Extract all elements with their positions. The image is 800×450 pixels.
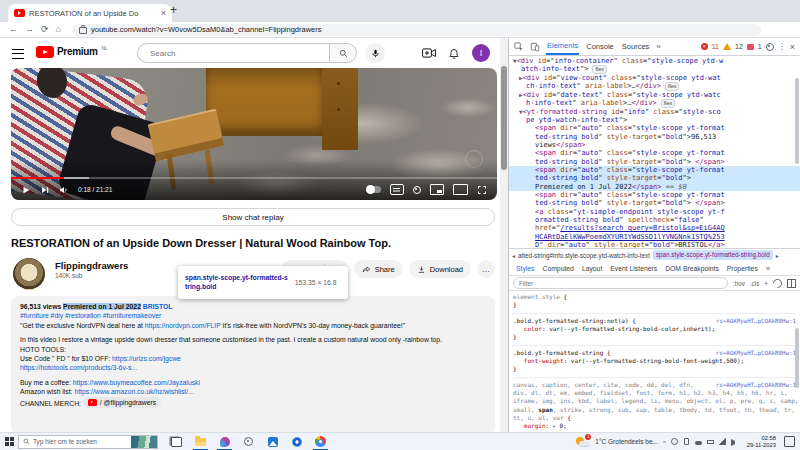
hover-state-toggle[interactable]: :hov (733, 280, 745, 287)
download-button[interactable]: Download (409, 260, 471, 278)
search-button[interactable] (329, 43, 357, 63)
code-line[interactable]: rs=AGKMywHT…pCQAkR8Hw:1.bold.yt-formatte… (513, 313, 796, 325)
photos-button[interactable] (266, 435, 279, 449)
tab-computed[interactable]: Computed (543, 265, 574, 272)
styles-rules[interactable]: element.style {}rs=AGKMywHT…pCQAkR8Hw:1.… (509, 291, 800, 432)
code-line[interactable]: <span dir="auto" class="style-scope yt-f… (509, 191, 800, 199)
code-line[interactable]: tt, u, ul, var { (513, 414, 796, 422)
tray-expand-icon[interactable]: ^ (663, 440, 666, 446)
more-actions-button[interactable]: ... (477, 260, 495, 278)
warning-icon[interactable] (723, 43, 731, 50)
hashtags[interactable]: #furniture #diy #restoration #furniturem… (20, 312, 161, 319)
play-icon[interactable] (21, 185, 31, 195)
taskbar-clock[interactable]: 02:58 29-11-2023 (747, 435, 776, 448)
weather-text[interactable]: 1°C Grotendeels be... (595, 438, 658, 445)
search-highlight-image[interactable] (131, 436, 157, 448)
tab-event-listeners[interactable]: Event Listeners (610, 265, 657, 272)
nordvpn-link[interactable]: https://nordvpn.com/FLIP (145, 322, 221, 329)
code-line[interactable]: rs=AGKMywHT…pCQAkR8Hw:1.bold.yt-formatte… (513, 345, 796, 357)
inspect-element-icon[interactable] (514, 42, 524, 52)
page-scrollbar-thumb[interactable] (501, 66, 507, 170)
tab-styles[interactable]: Styles (516, 265, 535, 272)
settings-button[interactable] (242, 435, 255, 449)
code-line[interactable]: D" dir="auto" style-target="bold">BRISTO… (509, 241, 800, 248)
show-chat-replay-button[interactable]: Show chat replay (11, 208, 495, 226)
elements-scrollbar[interactable] (795, 78, 799, 164)
code-line[interactable]: pe ytd-watch-info-text"> (509, 116, 800, 124)
code-line[interactable]: ted-string bold" style-target="bold"> </… (509, 158, 800, 166)
menu-icon[interactable] (12, 49, 24, 59)
issues-icon[interactable] (747, 44, 754, 50)
code-line[interactable]: ▼<div id="info-container" class="style-s… (509, 57, 800, 65)
breadcrumb-right-icon[interactable]: ▸ (776, 252, 779, 259)
theater-mode-icon[interactable] (453, 184, 468, 195)
settings-gear-icon[interactable] (413, 186, 421, 194)
network-icon[interactable] (719, 438, 726, 445)
code-line[interactable]: ▶<div id="date-text" class="style-scope … (509, 91, 800, 99)
layout-grid-icon[interactable] (787, 279, 796, 288)
code-line[interactable]: views</span> (509, 141, 800, 149)
code-line[interactable]: element.style { (513, 293, 796, 301)
code-line[interactable]: ▶<div id="view-count" class="style-scope… (509, 74, 800, 82)
code-line[interactable]: } (513, 365, 796, 373)
tray-app-icon[interactable] (671, 438, 678, 445)
code-line[interactable]: ted-string bold" style-target="bold"> </… (509, 199, 800, 207)
tab-properties[interactable]: Properties (727, 265, 758, 272)
code-line[interactable]: <span dir="auto" class="style-scope yt-f… (509, 149, 800, 157)
code-line[interactable]: h-info-text" aria-label>…</div>flex (509, 99, 800, 108)
share-button[interactable]: Share (354, 260, 403, 278)
reload-icon[interactable]: ⟳ (41, 25, 49, 34)
page-scrollbar[interactable] (500, 38, 508, 432)
tab-close-icon[interactable]: × (161, 8, 166, 18)
devtools-tab-console[interactable]: Console (585, 38, 615, 55)
code-line[interactable]: } (513, 333, 796, 341)
devtools-tab-sources[interactable]: Sources (621, 38, 651, 55)
description-box[interactable]: 96,513 views Premiered on 1 Jul 2022 BRI… (11, 296, 495, 432)
more-tabs-icon[interactable]: » (656, 42, 660, 51)
tab-dom-breakpoints[interactable]: DOM Breakpoints (665, 265, 719, 272)
account-avatar[interactable]: I (472, 44, 490, 62)
video-player[interactable]: 0:18 / 21:21 (11, 68, 497, 200)
autoplay-toggle[interactable] (366, 186, 381, 193)
merch-pill[interactable]: / @flippingdrawers (83, 397, 161, 408)
back-icon[interactable]: ← (9, 25, 18, 34)
forward-icon[interactable]: → (25, 25, 34, 34)
code-line[interactable]: margin: ▸ 0; (513, 422, 796, 430)
code-line[interactable]: <a class="yt-simple-endpoint style-scope… (509, 208, 800, 216)
task-view-button[interactable] (170, 435, 183, 449)
subtitles-icon[interactable] (390, 184, 404, 195)
new-rule-button[interactable]: + (764, 280, 768, 287)
hoto-link[interactable]: https://hototools.com/products/3-6v-s... (20, 364, 137, 371)
battery-icon[interactable] (707, 440, 714, 444)
devtools-tab-elements[interactable]: Elements (546, 38, 579, 55)
media-app-button[interactable] (290, 435, 303, 449)
notifications-bell-icon[interactable] (448, 47, 460, 60)
home-icon[interactable]: ⌂ (56, 25, 61, 34)
code-line[interactable]: font-weight: var(--yt-formatted-string-b… (513, 357, 796, 365)
devtools-menu-icon[interactable]: ⋮ (778, 42, 786, 51)
code-line[interactable]: atch-info-text">flex (509, 65, 800, 74)
weather-widget[interactable]: 1 (576, 436, 590, 448)
fullscreen-icon[interactable] (477, 185, 487, 195)
devtools-close-icon[interactable]: × (790, 42, 795, 52)
code-line[interactable]: <span dir="auto" class="style-scope yt-f… (509, 124, 800, 132)
styles-more-tabs-icon[interactable]: » (766, 264, 770, 273)
class-toggle[interactable]: .cls (750, 280, 759, 287)
file-explorer-button[interactable] (194, 435, 207, 449)
code-line[interactable]: <span dir="auto" class="style-scope yt-f… (509, 166, 800, 174)
your-phone-icon[interactable] (684, 438, 689, 445)
code-line[interactable]: } (513, 301, 796, 309)
miniplayer-icon[interactable] (430, 184, 444, 195)
create-icon[interactable] (422, 47, 436, 59)
paint-app-button[interactable] (218, 435, 231, 449)
volume-icon[interactable] (59, 185, 69, 195)
styles-filter-input[interactable] (513, 277, 728, 289)
amazon-link[interactable]: https://www.amazon.co.uk/hz/wishlist/... (74, 388, 193, 395)
omnibox[interactable]: youtube.com/watch?v=W0vow5DsaM0&ab_chann… (72, 24, 761, 36)
search-input-wrap[interactable] (137, 43, 329, 63)
rendering-brush-icon[interactable] (771, 277, 784, 290)
elements-tree[interactable]: ▼<div id="info-container" class="style-s… (509, 56, 800, 248)
onedrive-icon[interactable] (695, 441, 702, 445)
code-line[interactable]: HCARtDaElKWwPoemdXYUR1YWdSSD1lYVNGNnk1ST… (509, 233, 800, 241)
code-line[interactable]: small, span, strike, strong, sub, sup, t… (513, 406, 796, 414)
